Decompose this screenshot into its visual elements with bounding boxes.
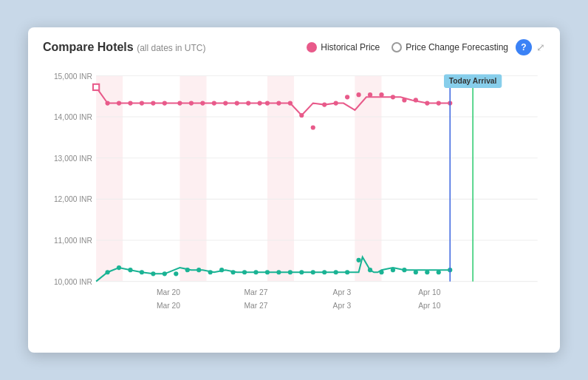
t11 (219, 268, 224, 272)
chart-area: 15,000 INR 14,000 INR 13,000 INR 12,000 … (43, 64, 545, 316)
pink-dot-start (93, 84, 99, 90)
card-header: Compare Hotels (all dates in UTC) Histor… (43, 39, 545, 55)
p22 (345, 95, 349, 99)
t18 (299, 270, 304, 274)
t13 (242, 270, 247, 274)
historical-label: Historical Price (321, 42, 380, 52)
band-3 (267, 75, 294, 281)
x-label-bottom-1: Mar 27 (244, 302, 267, 310)
t10 (208, 270, 213, 274)
band-1 (96, 75, 123, 281)
t23-spike (356, 258, 360, 262)
t16 (276, 270, 281, 274)
p10 (212, 101, 216, 105)
p11 (223, 101, 228, 105)
t17 (288, 270, 293, 274)
x-label-3: Apr 10 (418, 288, 441, 296)
y-label-5: 10,000 INR (54, 278, 92, 286)
p27 (402, 98, 406, 102)
p13 (246, 101, 250, 105)
t15 (265, 270, 270, 274)
t30 (437, 270, 441, 274)
t6 (163, 271, 167, 276)
t9 (196, 268, 201, 272)
t21 (334, 270, 338, 274)
p2 (117, 101, 121, 105)
x-label-1: Mar 27 (244, 288, 267, 296)
t8 (185, 268, 190, 272)
p26 (391, 95, 395, 99)
y-label-2: 13,000 INR (54, 155, 92, 163)
y-label-3: 12,000 INR (54, 195, 92, 203)
p23 (356, 92, 360, 97)
t5 (151, 271, 155, 276)
t7 (174, 271, 178, 276)
y-label-4: 11,000 INR (54, 237, 92, 245)
x-label-bottom-2: Apr 3 (333, 302, 352, 310)
p18 (299, 113, 304, 118)
legend: Historical Price Price Change Forecastin… (307, 42, 508, 52)
chart-svg: 15,000 INR 14,000 INR 13,000 INR 12,000 … (43, 64, 545, 316)
t28 (414, 270, 418, 274)
header-icons: ? ⤢ (516, 39, 545, 55)
t20 (322, 270, 327, 274)
t4 (140, 270, 144, 274)
t12 (230, 270, 235, 274)
t1 (105, 270, 109, 274)
p1 (105, 101, 109, 105)
p15 (265, 101, 270, 105)
p14 (258, 101, 262, 105)
x-label-2: Apr 3 (333, 288, 352, 296)
p8 (189, 101, 194, 105)
p17 (288, 101, 293, 105)
help-button[interactable]: ? (516, 39, 532, 55)
x-label-bottom-0: Mar 20 (157, 302, 180, 310)
p30 (437, 101, 441, 105)
p7 (177, 101, 182, 105)
t24 (368, 268, 372, 272)
p20 (322, 103, 327, 107)
t22 (345, 270, 349, 274)
p12 (235, 101, 239, 105)
t26 (391, 268, 395, 272)
x-label-bottom-3: Apr 10 (418, 302, 441, 310)
t27 (402, 268, 406, 272)
p25 (379, 92, 383, 97)
p19 (311, 125, 315, 129)
forecasting-label: Price Change Forecasting (406, 42, 508, 52)
p28 (414, 98, 418, 102)
p24 (368, 92, 372, 97)
t14 (253, 270, 258, 274)
legend-forecasting: Price Change Forecasting (392, 42, 508, 52)
p6 (163, 101, 167, 105)
p29 (425, 101, 429, 105)
legend-historical: Historical Price (307, 42, 380, 52)
t19 (311, 270, 315, 274)
forecasting-dot (392, 42, 402, 52)
p3 (128, 101, 132, 105)
t3 (128, 268, 132, 272)
p4 (140, 101, 144, 105)
t25 (379, 270, 383, 274)
y-label-0: 15,000 INR (54, 72, 92, 81)
p16 (276, 101, 281, 105)
p5 (151, 101, 155, 105)
p21 (334, 101, 338, 105)
t29 (425, 270, 429, 274)
card-subtitle: (all dates in UTC) (137, 43, 205, 53)
x-label-0: Mar 20 (157, 288, 180, 296)
t2 (117, 265, 121, 270)
y-label-1: 14,000 INR (54, 113, 92, 121)
today-arrival-badge-text: Today Arrival (449, 77, 497, 85)
p9 (200, 101, 205, 105)
compare-hotels-card: Compare Hotels (all dates in UTC) Histor… (28, 27, 560, 353)
expand-icon[interactable]: ⤢ (536, 41, 545, 53)
historical-dot (307, 42, 317, 52)
card-title: Compare Hotels (all dates in UTC) (43, 41, 206, 54)
band-2 (180, 75, 206, 281)
